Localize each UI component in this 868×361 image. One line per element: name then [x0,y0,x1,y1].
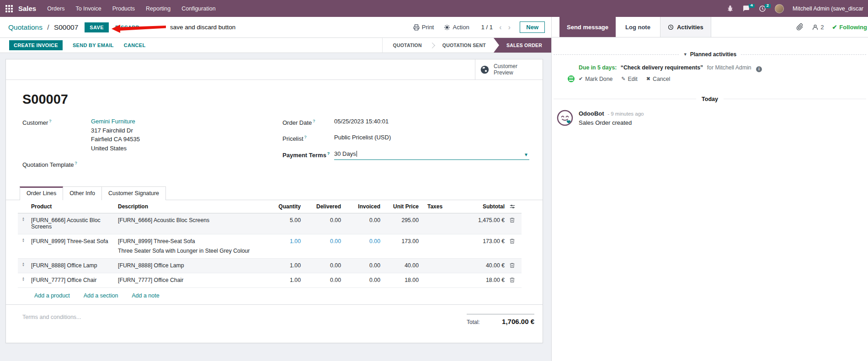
total-label: Total: [467,319,480,325]
cell-product[interactable]: [FURN_8999] Three-Seat Sofa [29,234,116,259]
cancel-button[interactable]: CANCEL [124,42,146,48]
cell-taxes[interactable] [421,259,458,273]
create-invoice-button[interactable]: CREATE INVOICE [9,40,63,50]
add-section-link[interactable]: Add a section [84,292,118,299]
cell-product[interactable]: [FURN_7777] Office Chair [29,273,116,288]
delete-line-button[interactable] [507,273,522,288]
pricelist-value[interactable]: Public Pricelist (USD) [334,133,391,143]
cell-delivered[interactable]: 0.00 [303,259,343,273]
cell-quantity[interactable]: 1.00 [268,273,303,288]
printer-icon [413,24,420,31]
menu-products[interactable]: Products [112,5,135,12]
dropdown-caret-icon[interactable]: ▼ [524,150,528,159]
customer-preview-button[interactable]: Customer Preview [475,59,543,80]
cell-product[interactable]: [FURN_6666] Acoustic Bloc Screens [29,213,116,234]
edit-activity-button[interactable]: ✎Edit [621,76,637,82]
tab-customer-signature[interactable]: Customer Signature [102,186,166,200]
order-line-row[interactable]: ▲▼ [FURN_6666] Acoustic Bloc Screens [FU… [18,213,522,234]
menu-to-invoice[interactable]: To Invoice [75,5,101,12]
log-note-button[interactable]: Log note [616,17,660,37]
cell-description[interactable]: [FURN_6666] Acoustic Bloc Screens [116,213,268,234]
optional-columns-button[interactable] [507,200,522,213]
apps-menu-icon[interactable] [5,5,13,12]
col-unit-price: Unit Price [383,200,421,213]
order-date-value[interactable]: 05/25/2023 15:40:01 [334,117,389,127]
action-menu-button[interactable]: Action [444,24,469,31]
message-author[interactable]: OdooBot [579,110,604,117]
messages-icon[interactable]: 4 [742,5,750,12]
activity-type-badge-icon [567,74,575,83]
activities-clock-icon[interactable]: 2 [759,5,766,12]
state-quotation[interactable]: QUOTATION [385,38,430,53]
cell-description[interactable]: [FURN_7777] Office Chair [116,273,268,288]
app-name-sales[interactable]: Sales [18,5,36,12]
terms-placeholder[interactable]: Terms and conditions... [22,314,81,325]
followers-button[interactable]: 2 [812,24,824,31]
add-product-link[interactable]: Add a product [34,292,70,299]
delete-line-button[interactable] [507,213,522,234]
new-button[interactable]: New [520,21,545,33]
payment-terms-input[interactable]: 30 Days ▼ [334,149,529,160]
cell-unit-price[interactable]: 173.00 [383,234,421,259]
cell-delivered[interactable]: 0.00 [303,273,343,288]
cell-invoiced[interactable]: 0.00 [343,234,383,259]
cell-delivered[interactable]: 0.00 [303,234,343,259]
user-name[interactable]: Mitchell Admin (save_discar [793,5,863,12]
send-message-button[interactable]: Send message [559,17,616,37]
info-icon[interactable]: i [756,66,762,72]
cell-unit-price[interactable]: 295.00 [383,213,421,234]
user-avatar[interactable] [775,4,784,13]
cell-taxes[interactable] [421,273,458,288]
mark-done-button[interactable]: ✔Mark Done [579,76,612,82]
save-button[interactable]: SAVE [85,22,109,32]
pager-next-icon[interactable]: › [508,23,511,31]
menu-reporting[interactable]: Reporting [146,5,170,12]
planned-activities-toggle[interactable]: ▼ Planned activities [683,51,736,58]
cancel-activity-button[interactable]: ✖Cancel [646,76,671,82]
pager-previous-icon[interactable]: ‹ [499,23,502,31]
delete-line-button[interactable] [507,234,522,259]
following-button[interactable]: ✔ Following [832,24,867,31]
menu-configuration[interactable]: Configuration [181,5,215,12]
drag-handle-icon[interactable]: ▲▼ [18,273,29,288]
drag-handle-icon[interactable]: ▲▼ [18,213,29,234]
cell-delivered[interactable]: 0.00 [303,213,343,234]
cell-description[interactable]: [FURN_8888] Office Lamp [116,259,268,273]
order-line-row[interactable]: ▲▼ [FURN_8999] Three-Seat Sofa [FURN_899… [18,234,522,259]
state-sales-order[interactable]: SALES ORDER [494,38,551,53]
cell-taxes[interactable] [421,234,458,259]
print-button[interactable]: Print [413,24,434,31]
order-line-row[interactable]: ▲▼ [FURN_8888] Office Lamp [FURN_8888] O… [18,259,522,273]
activity-item: Due in 5 days: “Check delivery requireme… [552,58,868,82]
cell-quantity[interactable]: 5.00 [268,213,303,234]
status-button-bar: CREATE INVOICE SEND BY EMAIL CANCEL QUOT… [0,38,551,53]
state-quotation-sent[interactable]: QUOTATION SENT [435,38,494,53]
cell-quantity[interactable]: 1.00 [268,259,303,273]
drag-handle-icon[interactable]: ▲▼ [18,259,29,273]
cell-taxes[interactable] [421,213,458,234]
tab-order-lines[interactable]: Order Lines [20,186,63,200]
cell-unit-price[interactable]: 40.00 [383,259,421,273]
send-by-email-button[interactable]: SEND BY EMAIL [73,42,114,48]
cell-description[interactable]: [FURN_8999] Three-Seat Sofa Three Seater… [116,234,268,259]
order-line-row[interactable]: ▲▼ [FURN_7777] Office Chair [FURN_7777] … [18,273,522,288]
tab-other-info[interactable]: Other Info [63,186,102,200]
attachments-button[interactable] [796,23,804,31]
menu-orders[interactable]: Orders [47,5,64,12]
breadcrumb-quotations-link[interactable]: Quotations [8,23,43,31]
cell-unit-price[interactable]: 18.00 [383,273,421,288]
cell-product[interactable]: [FURN_8888] Office Lamp [29,259,116,273]
activities-button[interactable]: Activities [660,17,711,37]
drag-handle-icon[interactable]: ▲▼ [18,234,29,259]
customer-link[interactable]: Gemini Furniture [91,117,140,126]
text-cursor [357,151,357,157]
debug-bug-icon[interactable] [727,5,734,12]
cell-quantity[interactable]: 1.00 [268,234,303,259]
add-note-link[interactable]: Add a note [132,292,159,299]
delete-line-button[interactable] [507,259,522,273]
cell-invoiced[interactable]: 0.00 [343,273,383,288]
clock-icon [668,24,674,30]
cell-invoiced[interactable]: 0.00 [343,259,383,273]
cell-invoiced[interactable]: 0.00 [343,213,383,234]
col-subtotal: Subtotal [458,200,507,213]
